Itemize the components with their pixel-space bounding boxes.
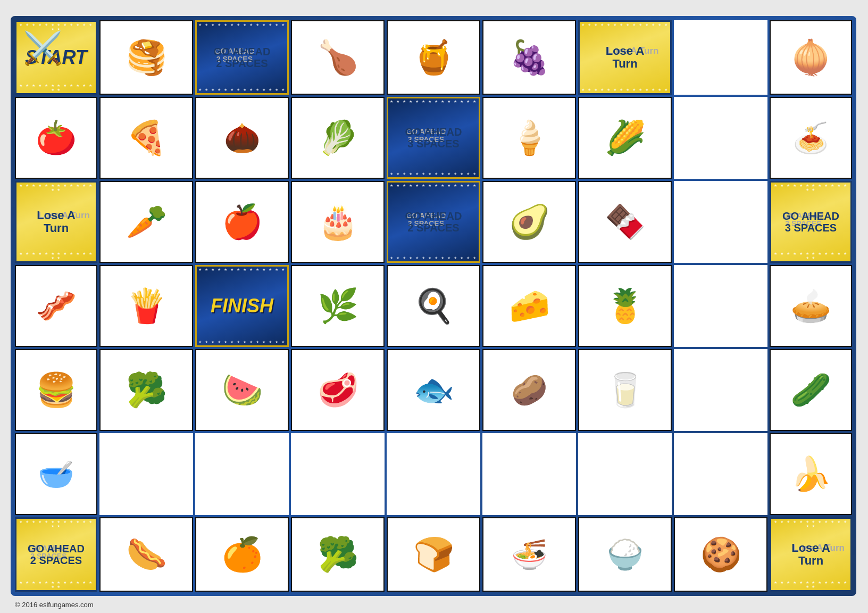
cell-honey: 🍯 <box>387 20 480 95</box>
cell-cake: 🎂 <box>291 181 385 263</box>
cell-goahead2-bottom: ★ ★ ★ ★ ★ ★ ★ ★ ★ ★ ★ ★ ★ ★ GO AHEAD2 SP… <box>15 517 97 592</box>
cell-milk: 🥛 <box>578 349 672 431</box>
cell-hotdog: 🌭 <box>99 517 193 592</box>
cheese-icon: 🧀 <box>509 289 550 322</box>
pasta-icon: 🍝 <box>792 123 829 153</box>
cell-pineapple: 🍍 <box>578 265 672 347</box>
cell-orange: 🍊 <box>195 517 289 592</box>
goahead3r-label: GO AHEAD3 SPACES GO AHEAD3 SPACES <box>782 210 839 234</box>
cell-bread: 🍞 <box>387 517 480 592</box>
cell-pasta: 🍝 <box>770 97 852 179</box>
lose-text: Lose ATurn <box>791 542 830 567</box>
cell-hidden-r6c2 <box>99 433 193 515</box>
goahead3r-text: GO AHEAD3 SPACES <box>782 210 839 234</box>
lose-turn-1-label: Lose A Turn Lose ATurn <box>606 45 645 70</box>
stars-top: ★ ★ ★ ★ ★ ★ ★ ★ ★ ★ ★ ★ ★ ★ <box>16 184 96 192</box>
chips-icon: 🥔 <box>511 376 548 405</box>
cell-broccoli: 🥦 <box>291 517 385 592</box>
pizza-icon: 🍕 <box>126 121 167 154</box>
cell-hidden-r6c3 <box>195 433 289 515</box>
stars-bottom: ★ ★ ★ ★ ★ ★ ★ ★ ★ ★ ★ ★ ★ ★ <box>16 252 96 260</box>
stars-top: ★ ★ ★ ★ ★ ★ ★ ★ ★ ★ ★ ★ ★ ★ <box>388 184 479 188</box>
cell-corn: 🌽 <box>578 97 672 179</box>
cell-cheese: 🧀 <box>482 265 576 347</box>
stars-bottom: ★ ★ ★ ★ ★ ★ ★ ★ ★ ★ ★ ★ ★ ★ <box>771 581 850 589</box>
almonds-icon: 🌰 <box>224 123 261 153</box>
cell-fish: 🐟 <box>387 349 480 431</box>
cell-hidden-r6c8 <box>674 433 767 515</box>
stars-top: ★ ★ ★ ★ ★ ★ ★ ★ ★ ★ ★ ★ ★ ★ <box>771 520 850 528</box>
cell-watermelon: 🍉 <box>195 349 289 431</box>
watermelon-icon: 🍉 <box>222 374 263 407</box>
chocolate-icon: 🍫 <box>605 205 646 238</box>
stars-top: ★ ★ ★ ★ ★ ★ ★ ★ ★ ★ ★ ★ ★ ★ <box>388 100 479 104</box>
game-board: ⚔️ ★ ★ ★ ★ ★ ★ ★ ★ ★ ★ ★ ★ ★ ★ START ★ ★… <box>11 16 856 596</box>
corn-icon: 🌽 <box>605 121 646 154</box>
cell-egg: 🍳 <box>387 265 480 347</box>
pineapple-icon: 🍍 <box>605 289 646 322</box>
stars-bottom: ★ ★ ★ ★ ★ ★ ★ ★ ★ ★ ★ ★ ★ ★ <box>771 252 850 260</box>
cell-goahead2-2: ★ ★ ★ ★ ★ ★ ★ ★ ★ ★ ★ ★ ★ ★ GO AHEAD2 SP… <box>387 181 480 263</box>
goahead2-bottom-label: GO AHEAD2 SPACES GO AHEAD2 SPACES <box>28 543 85 566</box>
stars-bottom: ★ ★ ★ ★ ★ ★ ★ ★ ★ ★ ★ ★ ★ ★ <box>388 256 479 260</box>
goahead2-label: GO AHEAD2 SPACES GO AHEAD2 SPACES <box>213 46 270 69</box>
stars-top: ★ ★ ★ ★ ★ ★ ★ ★ ★ ★ ★ ★ ★ ★ <box>16 520 96 528</box>
apple-icon: 🍎 <box>222 205 263 238</box>
cell-grapes: 🍇 <box>482 20 576 95</box>
lettuce-icon: 🥬 <box>318 121 358 154</box>
cell-goahead2-1: ★ ★ ★ ★ ★ ★ ★ ★ ★ ★ ★ ★ ★ ★ GO AHEAD2 SP… <box>195 20 289 95</box>
cell-lose-turn-1: ★ ★ ★ ★ ★ ★ ★ ★ ★ ★ ★ ★ ★ ★ Lose A Turn … <box>578 20 672 95</box>
stars-top: ★ ★ ★ ★ ★ ★ ★ ★ ★ ★ ★ ★ ★ ★ <box>580 23 670 27</box>
carrots-icon: 🥕 <box>126 205 167 238</box>
avocado-icon: 🥑 <box>509 205 550 238</box>
cell-cereal: 🥣 <box>15 433 97 515</box>
cell-banana: 🍌 <box>770 433 852 515</box>
lose-text: Lose ATurn <box>606 45 645 70</box>
cucumber-icon: 🥒 <box>790 374 831 407</box>
cell-goahead3-right: ★ ★ ★ ★ ★ ★ ★ ★ ★ ★ ★ ★ ★ ★ GO AHEAD3 SP… <box>770 181 852 263</box>
banana-icon: 🍌 <box>790 458 831 491</box>
cell-bacon: 🥓 <box>15 265 97 347</box>
chicken-icon: 🍗 <box>318 41 358 74</box>
steak-icon: 🥩 <box>318 374 358 407</box>
celery-icon: 🥦 <box>126 374 167 407</box>
cookies-icon: 🍪 <box>700 538 741 571</box>
cell-apple: 🍎 <box>195 181 289 263</box>
stars-bottom: ★ ★ ★ ★ ★ ★ ★ ★ ★ ★ ★ ★ ★ ★ <box>16 84 96 92</box>
hotdog-icon: 🌭 <box>126 538 167 571</box>
tomato-icon: 🍅 <box>36 121 77 154</box>
milk-icon: 🥛 <box>605 374 646 407</box>
stars-bottom: ★ ★ ★ ★ ★ ★ ★ ★ ★ ★ ★ ★ ★ ★ <box>388 172 479 176</box>
cell-chicken: 🍗 <box>291 20 385 95</box>
stars-bottom: ★ ★ ★ ★ ★ ★ ★ ★ ★ ★ ★ ★ ★ ★ <box>197 340 287 344</box>
cereal-icon: 🥣 <box>38 460 74 489</box>
fries-icon: 🍟 <box>126 289 167 322</box>
cell-cookies: 🍪 <box>674 517 767 592</box>
cake-icon: 🎂 <box>318 205 358 238</box>
grid-container: ★ ★ ★ ★ ★ ★ ★ ★ ★ ★ ★ ★ ★ ★ START ★ ★ ★ … <box>15 20 852 592</box>
stars-bottom: ★ ★ ★ ★ ★ ★ ★ ★ ★ ★ ★ ★ ★ ★ <box>16 581 96 589</box>
bread-icon: 🍞 <box>413 538 454 571</box>
fish-icon: 🐟 <box>413 374 454 407</box>
cell-hidden-r6c4 <box>291 433 385 515</box>
lose-turn-2-label: Lose A Turn Lose ATurn <box>37 209 76 235</box>
asparagus-icon: 🌿 <box>318 289 358 322</box>
cell-asparagus: 🌿 <box>291 265 385 347</box>
finish-label: FINISH <box>211 295 273 317</box>
warrior-decoration: ⚔️ <box>11 16 74 80</box>
goahead2b-text: GO AHEAD2 SPACES <box>405 210 462 234</box>
stars-bottom: ★ ★ ★ ★ ★ ★ ★ ★ ★ ★ ★ ★ ★ ★ <box>197 88 287 92</box>
cell-cucumber: 🥒 <box>770 349 852 431</box>
cell-hidden-r4c8 <box>674 265 767 347</box>
cell-avocado: 🥑 <box>482 181 576 263</box>
cell-steak: 🥩 <box>291 349 385 431</box>
cell-celery: 🥦 <box>99 349 193 431</box>
cell-chips: 🥔 <box>482 349 576 431</box>
cell-hidden-r6c5 <box>387 433 480 515</box>
cell-pizza: 🍕 <box>99 97 193 179</box>
cell-hidden-r2c8 <box>674 97 767 179</box>
cell-noodles: 🍜 <box>482 517 576 592</box>
cell-chocolate: 🍫 <box>578 181 672 263</box>
cell-lose-turn-2: ★ ★ ★ ★ ★ ★ ★ ★ ★ ★ ★ ★ ★ ★ Lose A Turn … <box>15 181 97 263</box>
broccoli-icon: 🥦 <box>318 538 358 571</box>
